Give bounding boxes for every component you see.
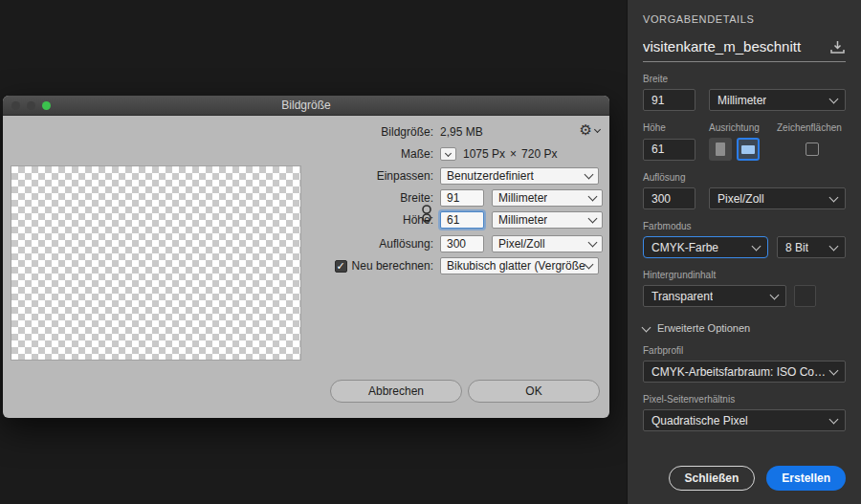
color-profile-select[interactable]: CMYK-Arbeitsfarbraum: ISO Coated v... — [643, 361, 846, 383]
chevron-down-icon — [752, 241, 762, 251]
cancel-button[interactable]: Abbrechen — [330, 380, 462, 403]
chevron-down-icon — [642, 322, 651, 332]
width-unit-select[interactable]: Millimeter — [492, 189, 603, 207]
resample-label: Neu berechnen: — [352, 259, 433, 273]
chevron-down-icon — [829, 414, 839, 424]
resolution-row: 300 Pixel/Zoll — [643, 187, 846, 209]
width-input[interactable]: 91 — [643, 89, 695, 111]
width-unit-select[interactable]: Millimeter — [709, 89, 846, 111]
height-input[interactable]: 61 — [440, 211, 484, 229]
ok-button[interactable]: OK — [468, 380, 600, 403]
dimensions-row: Maße: 1075 Px × 720 Px — [314, 145, 604, 163]
chevron-down-icon — [829, 94, 839, 103]
chevron-down-icon — [829, 192, 839, 202]
resolution-input[interactable]: 300 — [643, 187, 695, 209]
fit-to-row: Einpassen: Benutzerdefiniert — [314, 167, 604, 185]
window-controls — [11, 101, 51, 110]
dimensions-width-value: 1075 Px — [463, 147, 505, 161]
chevron-down-icon — [588, 214, 598, 224]
advanced-options-label: Erweiterte Optionen — [657, 322, 750, 334]
window-zoom-button[interactable] — [42, 101, 51, 110]
height-orientation-labels: Höhe Ausrichtung Zeichenflächen — [643, 122, 846, 133]
window-close-button[interactable] — [11, 101, 20, 110]
window-minimize-button[interactable] — [27, 101, 35, 110]
dimensions-label: Maße: — [314, 147, 440, 161]
background-contents-select[interactable]: Transparent — [643, 285, 786, 307]
transparency-preview — [11, 165, 301, 361]
resolution-input[interactable]: 300 — [440, 235, 484, 252]
background-contents-row: Transparent — [643, 285, 846, 307]
dimensions-height-value: 720 Px — [521, 147, 557, 161]
panel-title: VORGABENDETAILS — [643, 13, 846, 25]
fit-to-label: Einpassen: — [314, 169, 440, 183]
preset-details-panel: VORGABENDETAILS visitenkarte_m_beschnitt… — [627, 0, 861, 504]
pixel-aspect-ratio-select[interactable]: Quadratische Pixel — [643, 409, 846, 431]
resample-checkbox[interactable]: ✓ — [335, 260, 347, 273]
height-unit-select[interactable]: Millimeter — [492, 211, 603, 229]
image-size-dialog: Bildgröße ⚙ Bildgröße: 2,95 MB Maße: — [3, 96, 609, 418]
width-label: Breite — [643, 74, 846, 84]
chevron-down-icon — [829, 241, 839, 251]
color-profile-label: Farbprofil — [643, 345, 846, 356]
color-mode-select[interactable]: CMYK-Farbe — [643, 236, 768, 258]
portrait-icon — [716, 142, 725, 156]
resolution-unit-select[interactable]: Pixel/Zoll — [709, 187, 846, 209]
chevron-down-icon — [588, 192, 598, 202]
height-row: 61 — [643, 138, 846, 161]
close-button[interactable]: Schließen — [669, 466, 756, 491]
pixel-aspect-ratio-label: Pixel-Seitenverhältnis — [643, 394, 846, 405]
times-glyph: × — [510, 147, 517, 161]
width-row: Breite: 91 Millimeter — [314, 189, 604, 207]
width-label: Breite: — [314, 191, 440, 205]
chevron-down-icon — [585, 260, 594, 270]
file-size-row: Bildgröße: 2,95 MB — [314, 123, 604, 141]
resample-method-select[interactable]: Bikubisch glatter (Vergrößerung) — [440, 257, 599, 274]
artboards-label: Zeichenflächen — [777, 122, 846, 133]
color-mode-row: CMYK-Farbe 8 Bit — [643, 236, 846, 258]
resolution-label: Auflösung — [643, 172, 846, 183]
save-preset-icon[interactable] — [829, 40, 846, 55]
fit-to-select[interactable]: Benutzerdefiniert — [440, 167, 599, 185]
chevron-down-icon — [585, 170, 594, 180]
resample-row: ✓ Neu berechnen: Bikubisch glatter (Verg… — [314, 257, 604, 274]
height-input[interactable]: 61 — [643, 139, 695, 161]
resolution-row: Auflösung: 300 Pixel/Zoll — [314, 235, 604, 252]
chevron-down-icon — [588, 238, 598, 248]
dimensions-unit-dropdown[interactable] — [440, 147, 456, 161]
filename-row: visitenkarte_m_beschnitt — [643, 38, 846, 62]
background-contents-label: Hintergrundinhalt — [643, 270, 846, 280]
orientation-portrait-button[interactable] — [709, 138, 732, 161]
dialog-titlebar[interactable]: Bildgröße — [3, 96, 609, 116]
check-icon: ✓ — [336, 261, 344, 272]
height-row: Höhe: 61 Millimeter — [314, 211, 604, 229]
orientation-label: Ausrichtung — [709, 122, 777, 133]
image-size-form: Bildgröße: 2,95 MB Maße: 1075 Px × 720 P… — [314, 123, 604, 279]
link-dimensions-icon[interactable] — [421, 204, 432, 225]
orientation-group — [709, 138, 760, 161]
panel-buttons: Schließen Erstellen — [669, 466, 846, 491]
chevron-down-icon — [770, 290, 780, 299]
bit-depth-select[interactable]: 8 Bit — [777, 236, 846, 258]
file-size-value: 2,95 MB — [440, 125, 483, 139]
chevron-down-icon — [829, 365, 839, 375]
advanced-options-toggle[interactable]: Erweiterte Optionen — [643, 322, 846, 334]
chevron-down-icon — [445, 149, 452, 156]
height-label: Höhe — [643, 122, 709, 133]
orientation-landscape-button[interactable] — [737, 138, 760, 161]
width-row: 91 Millimeter — [643, 89, 846, 111]
color-mode-label: Farbmodus — [643, 221, 846, 231]
background-color-swatch[interactable] — [794, 285, 816, 307]
resolution-label: Auflösung: — [314, 237, 440, 251]
dialog-title: Bildgröße — [281, 99, 330, 112]
filename-input[interactable]: visitenkarte_m_beschnitt — [643, 38, 820, 55]
dialog-body: ⚙ Bildgröße: 2,95 MB Maße: 1075 Px × 720… — [3, 116, 609, 418]
width-input[interactable]: 91 — [440, 189, 484, 207]
landscape-icon — [741, 145, 755, 154]
file-size-label: Bildgröße: — [314, 125, 440, 139]
resolution-unit-select[interactable]: Pixel/Zoll — [492, 235, 603, 252]
create-button[interactable]: Erstellen — [766, 466, 846, 491]
artboards-checkbox[interactable] — [806, 142, 819, 156]
